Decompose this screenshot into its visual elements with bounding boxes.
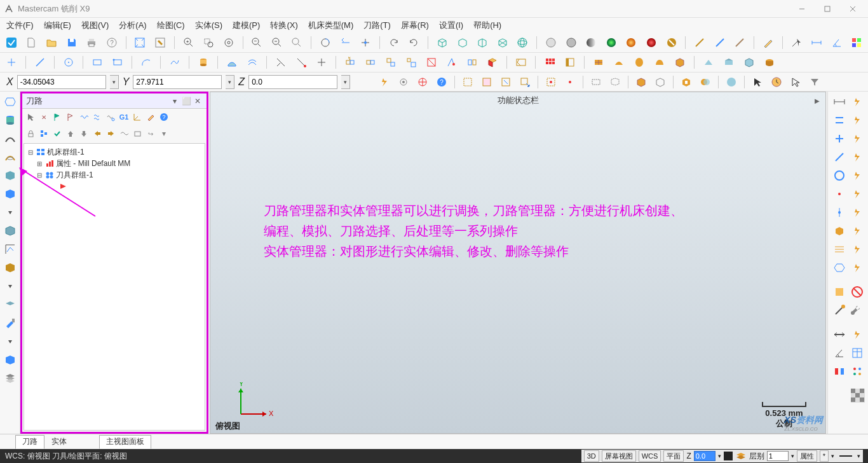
- ribbon-flat-icon[interactable]: [3, 297, 18, 312]
- help-icon[interactable]: ?: [104, 35, 119, 50]
- wireframe-top-icon[interactable]: [435, 35, 450, 50]
- xform-8-icon[interactable]: [485, 55, 500, 70]
- arc-tool-icon[interactable]: [139, 55, 154, 70]
- cursor2-icon[interactable]: [788, 74, 803, 90]
- status-z-input[interactable]: [694, 451, 715, 461]
- ribbon-drop-icon[interactable]: [3, 205, 18, 220]
- surf-c-icon[interactable]: [632, 55, 647, 70]
- cylinder-tool-icon[interactable]: [196, 55, 211, 70]
- nest-icon[interactable]: [513, 55, 529, 70]
- status-layer-dd-icon[interactable]: ▾: [791, 453, 794, 459]
- status-wcs-button[interactable]: WCS: [639, 450, 661, 462]
- ptb-flag-icon[interactable]: [51, 111, 63, 123]
- sel-arrow-icon[interactable]: [517, 74, 532, 90]
- ptb-axis-icon[interactable]: [132, 111, 143, 123]
- shade-1-icon[interactable]: [543, 35, 559, 50]
- material-icon[interactable]: [664, 35, 679, 50]
- pan-icon[interactable]: [338, 35, 353, 50]
- r-noentry-icon[interactable]: [850, 284, 865, 300]
- ptb-wave2-icon[interactable]: [92, 111, 103, 123]
- r-dim-icon[interactable]: [832, 94, 847, 109]
- r-mirror-icon[interactable]: [832, 364, 847, 379]
- ptb-help-icon[interactable]: ?: [158, 111, 170, 123]
- status-linetype-icon[interactable]: [839, 455, 852, 457]
- help-round-icon[interactable]: ?: [434, 74, 449, 90]
- menu-file[interactable]: 文件(F): [3, 18, 37, 32]
- solid-bool-icon[interactable]: [698, 74, 713, 90]
- surface-1-icon[interactable]: [224, 55, 240, 70]
- ptb-right-icon[interactable]: [105, 128, 116, 139]
- tree-collapse-icon[interactable]: ⊟: [36, 172, 43, 179]
- r-wrench-icon[interactable]: [850, 303, 865, 318]
- sel-chain-icon[interactable]: [498, 74, 513, 90]
- r-dott-icon[interactable]: [832, 205, 847, 220]
- new-file-icon[interactable]: [24, 35, 39, 50]
- cursor-icon[interactable]: [750, 74, 765, 90]
- ptb-up-icon[interactable]: [65, 128, 76, 139]
- line-tool-icon[interactable]: [32, 55, 48, 70]
- line-b-icon[interactable]: [712, 35, 728, 50]
- menu-help[interactable]: 帮助(H): [470, 18, 505, 32]
- filter-2-icon[interactable]: [607, 74, 623, 90]
- r-bolt8-icon[interactable]: [850, 223, 865, 238]
- surf-d-icon[interactable]: [652, 55, 667, 70]
- dim-angle-icon[interactable]: [829, 35, 844, 50]
- surf-g-icon[interactable]: [721, 55, 736, 70]
- point-icon[interactable]: [4, 55, 19, 70]
- clock-icon[interactable]: [769, 74, 784, 90]
- menu-model[interactable]: 建模(P): [229, 18, 264, 32]
- r-bolt7-icon[interactable]: [850, 205, 865, 220]
- ptb-cursor-icon[interactable]: [25, 111, 36, 123]
- gear-small-icon[interactable]: [396, 74, 411, 90]
- r-bolt1-icon[interactable]: [850, 94, 865, 109]
- ribbon-3dcurve-icon[interactable]: [3, 149, 18, 165]
- shade-red-icon[interactable]: [644, 35, 659, 50]
- r-grid-icon[interactable]: [832, 242, 847, 257]
- r-dot-icon[interactable]: [832, 186, 847, 202]
- ptb-edit-icon[interactable]: [145, 111, 156, 123]
- shade-2-icon[interactable]: [564, 35, 579, 50]
- surf-a-icon[interactable]: [591, 55, 606, 70]
- menu-screen[interactable]: 屏幕(R): [397, 18, 433, 32]
- surf-e-icon[interactable]: [672, 55, 688, 70]
- surf-h-icon[interactable]: [742, 55, 757, 70]
- r-width-icon[interactable]: [832, 327, 847, 342]
- spline-icon[interactable]: [167, 55, 182, 70]
- solid-sphere-icon[interactable]: [724, 74, 739, 90]
- r-plus-icon[interactable]: [832, 131, 847, 146]
- filter-1-icon[interactable]: [588, 74, 604, 90]
- sel-poly-icon[interactable]: [543, 74, 559, 90]
- sel-single-icon[interactable]: [562, 74, 578, 90]
- menu-view[interactable]: 视图(V): [78, 18, 112, 32]
- zoom-out-icon[interactable]: −: [249, 35, 264, 50]
- ribbon-sketch-icon[interactable]: [3, 242, 18, 257]
- menu-machine[interactable]: 机床类型(M): [304, 18, 358, 32]
- r-bolt4-icon[interactable]: [850, 149, 865, 165]
- rect-tool-icon[interactable]: [90, 55, 105, 70]
- r-circle-icon[interactable]: [832, 168, 847, 183]
- ribbon-hex-icon[interactable]: [3, 94, 18, 109]
- status-star-button[interactable]: *: [820, 450, 829, 462]
- r-bolt10-icon[interactable]: [850, 260, 865, 275]
- pencil-icon[interactable]: [761, 35, 776, 50]
- pan-view-icon[interactable]: [358, 35, 373, 50]
- r-bolt3-icon[interactable]: [850, 131, 865, 146]
- wireframe-iso-icon[interactable]: [495, 35, 510, 50]
- r-swatch-icon[interactable]: [832, 284, 847, 300]
- ptb-q-icon[interactable]: ↪: [145, 128, 156, 139]
- x-dropdown-icon[interactable]: ▾: [110, 75, 119, 89]
- trim-2-icon[interactable]: [294, 55, 309, 70]
- ptb-tree-icon[interactable]: [38, 128, 50, 139]
- redo-icon[interactable]: [407, 35, 422, 50]
- menu-solid[interactable]: 实体(S): [191, 18, 226, 32]
- ribbon-drop2-icon[interactable]: [3, 279, 18, 294]
- menu-settings[interactable]: 设置(I): [435, 18, 467, 32]
- z-input[interactable]: [248, 75, 337, 89]
- funnel-icon[interactable]: [807, 74, 822, 90]
- ptb-lock-icon[interactable]: [25, 128, 36, 139]
- r-probe-icon[interactable]: [832, 303, 847, 318]
- ribbon-cube2-icon[interactable]: [3, 223, 18, 238]
- menu-toolpath[interactable]: 刀路(T): [360, 18, 395, 32]
- trim-1-icon[interactable]: [273, 55, 288, 70]
- ptb-kx-icon[interactable]: ✕: [38, 111, 50, 123]
